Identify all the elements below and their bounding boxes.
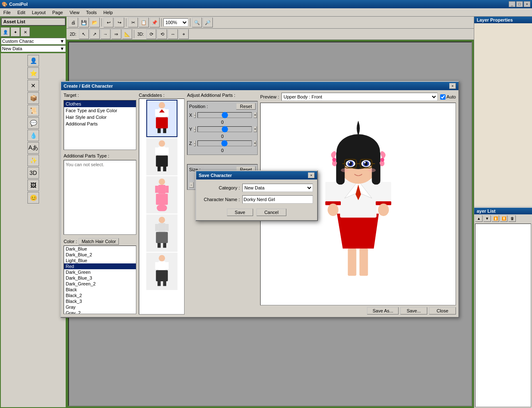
- sidebar-icon-effect[interactable]: ✨: [27, 155, 39, 166]
- asset-type-dropdown[interactable]: Custom Charac ▼: [1, 38, 66, 44]
- sidebar-icon-drop[interactable]: 💧: [27, 130, 39, 141]
- close-button[interactable]: ×: [524, 1, 530, 7]
- pos-z-slider[interactable]: [197, 140, 252, 146]
- sidebar-icon-star[interactable]: ⭐: [27, 67, 39, 79]
- color-gray[interactable]: Gray: [64, 304, 136, 310]
- color-dark-green-2[interactable]: Dark_Green_2: [64, 281, 136, 287]
- save-dialog-close[interactable]: ×: [308, 172, 315, 178]
- char-dialog-close[interactable]: ×: [449, 83, 456, 89]
- tb-cut[interactable]: ✂: [128, 17, 138, 27]
- sidebar-icon-text[interactable]: Aあ: [27, 142, 39, 154]
- layer-delete-btn[interactable]: 🗑: [508, 215, 516, 222]
- color-dark-blue[interactable]: Dark_Blue: [64, 246, 136, 252]
- maximize-button[interactable]: □: [516, 1, 523, 7]
- candidate-3[interactable]: [146, 176, 177, 214]
- tb-open[interactable]: 📂: [90, 17, 100, 27]
- minimize-button[interactable]: _: [509, 1, 515, 7]
- color-black-2[interactable]: Black_2: [64, 292, 136, 298]
- preview-select[interactable]: Upper Body : Front Upper Body : Side Ful…: [281, 93, 438, 101]
- tb-zoom-in[interactable]: 🔍: [192, 17, 202, 27]
- tb-2d-3[interactable]: →: [101, 29, 111, 39]
- asset-person-btn[interactable]: 👤: [1, 27, 10, 37]
- tb-3d-2[interactable]: ⟲: [157, 29, 167, 39]
- save-btn[interactable]: Save...: [400, 307, 427, 315]
- sidebar-icon-3d[interactable]: 3D: [27, 167, 39, 179]
- target-clothes[interactable]: Clothes: [64, 101, 136, 107]
- pos-z-minus[interactable]: -: [194, 140, 196, 146]
- color-black-3[interactable]: Black_3: [64, 298, 136, 304]
- tb-2d-5[interactable]: 📐: [122, 29, 132, 39]
- size-minus[interactable]: -: [189, 182, 194, 188]
- color-black[interactable]: Black: [64, 287, 136, 292]
- layer-bottom-btn[interactable]: ⏬: [500, 215, 507, 222]
- sidebar-icon-person[interactable]: 👤: [27, 55, 39, 66]
- tb-2d-2[interactable]: ↗: [90, 29, 100, 39]
- sidebar-icon-scroll[interactable]: 📜: [27, 105, 39, 116]
- tb-2d-4[interactable]: ⇒: [111, 29, 121, 39]
- asset-add-btn[interactable]: ✦: [11, 27, 20, 37]
- menu-edit[interactable]: Edit: [14, 9, 29, 16]
- save-dialog-cancel-btn[interactable]: Cancel: [256, 209, 286, 216]
- menu-layout[interactable]: Layout: [29, 9, 49, 16]
- target-face[interactable]: Face Type and Eye Color: [64, 107, 136, 114]
- tb-2d-1[interactable]: ↖: [79, 29, 89, 39]
- pos-z-plus[interactable]: +: [254, 140, 256, 146]
- color-dark-blue-2[interactable]: Dark_Blue_2: [64, 252, 136, 258]
- color-dark-green[interactable]: Dark_Green: [64, 269, 136, 275]
- position-reset-btn[interactable]: Reset: [236, 103, 256, 110]
- tb-3d-3[interactable]: ↔: [168, 29, 178, 39]
- color-list[interactable]: Dark_Blue Dark_Blue_2 Light_Blue Red Dar…: [64, 246, 136, 314]
- category-select[interactable]: New Data: [242, 184, 313, 192]
- tb-3d-4[interactable]: ⌖: [179, 29, 189, 39]
- menu-tools[interactable]: Tools: [83, 9, 100, 16]
- target-parts[interactable]: Additional Parts: [64, 120, 136, 127]
- pos-x-plus[interactable]: +: [254, 112, 256, 118]
- pos-y-plus[interactable]: +: [254, 126, 256, 132]
- target-list[interactable]: Clothes Face Type and Eye Color Hair Sty…: [64, 100, 136, 150]
- pos-y-slider[interactable]: [197, 126, 252, 132]
- candidate-2[interactable]: [146, 138, 177, 175]
- sidebar-icon-image[interactable]: 🖼: [27, 179, 39, 191]
- tb-zoom-out[interactable]: 🔎: [203, 17, 213, 27]
- tb-copy[interactable]: 📋: [139, 17, 149, 27]
- asset-data-dropdown[interactable]: New Data ▼: [1, 45, 66, 52]
- target-hair[interactable]: Hair Style and Color: [64, 114, 136, 120]
- tb-redo[interactable]: ↪: [114, 17, 124, 27]
- color-red[interactable]: Red: [64, 263, 136, 269]
- tb-undo[interactable]: ↩: [103, 17, 113, 27]
- menu-view[interactable]: View: [66, 9, 83, 16]
- match-color-btn[interactable]: Match Hair Color: [79, 238, 119, 245]
- asset-remove-btn[interactable]: ✕: [21, 27, 30, 37]
- layer-top-btn[interactable]: ⏫: [492, 215, 499, 222]
- layer-down-btn[interactable]: ▼: [483, 215, 491, 222]
- auto-checkbox-label[interactable]: Auto: [440, 94, 456, 100]
- pos-y-minus[interactable]: -: [194, 126, 196, 132]
- tb-save[interactable]: 💾: [79, 17, 89, 27]
- pos-x-slider[interactable]: [197, 112, 252, 118]
- auto-checkbox-input[interactable]: [440, 94, 446, 100]
- sidebar-icon-avatar[interactable]: 😊: [27, 192, 39, 204]
- color-gray-2[interactable]: Gray_2: [64, 310, 136, 314]
- color-dark-blue-3[interactable]: Dark_Blue_3: [64, 275, 136, 281]
- color-light-blue[interactable]: Light_Blue: [64, 258, 136, 263]
- sidebar-icon-x[interactable]: ✕: [27, 80, 39, 91]
- candidate-5[interactable]: [146, 253, 177, 290]
- candidate-4[interactable]: [146, 214, 177, 252]
- tb-paste[interactable]: 📌: [150, 17, 160, 27]
- tb-3d-1[interactable]: ⟳: [146, 29, 156, 39]
- tb-print[interactable]: 🖨: [68, 17, 78, 27]
- menu-file[interactable]: File: [0, 9, 14, 16]
- candidate-1[interactable]: [146, 100, 177, 137]
- close-btn[interactable]: Close: [429, 307, 456, 315]
- save-dialog-save-btn[interactable]: Save: [227, 209, 253, 216]
- sidebar-icon-bubble[interactable]: 💬: [27, 117, 39, 129]
- zoom-select[interactable]: 100% 50% 200%: [163, 18, 188, 27]
- layer-up-btn[interactable]: ▲: [475, 215, 483, 222]
- char-name-input[interactable]: [242, 195, 313, 204]
- save-as-btn[interactable]: Save As...: [367, 307, 399, 315]
- menu-page[interactable]: Page: [49, 9, 66, 16]
- sidebar-icon-box[interactable]: 📦: [27, 92, 39, 104]
- candidates-list[interactable]: [139, 98, 185, 315]
- menu-help[interactable]: Help: [100, 9, 116, 16]
- pos-x-minus[interactable]: -: [194, 112, 196, 118]
